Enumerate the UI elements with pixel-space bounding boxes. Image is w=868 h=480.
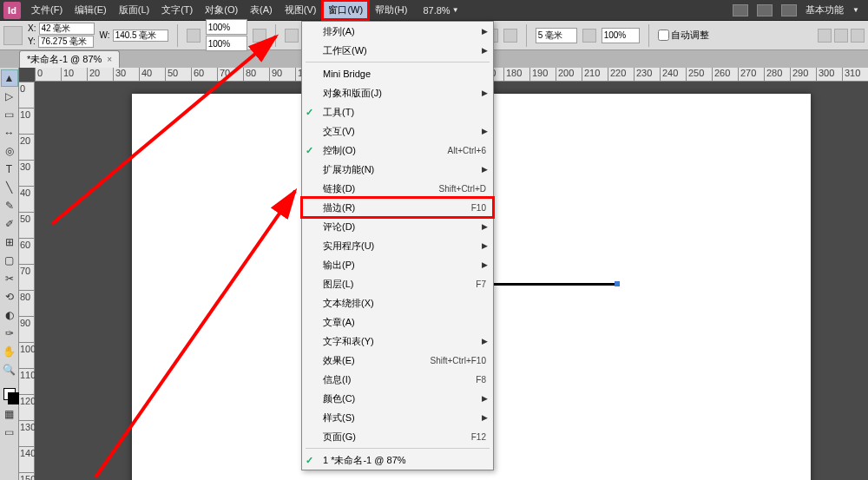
menu-item-图层(L)[interactable]: 图层(L)F7	[302, 274, 493, 293]
menu-item-工具(T)[interactable]: ✓工具(T)	[302, 102, 493, 122]
scale-link-icon[interactable]	[187, 29, 201, 43]
menu-item-文章(A)[interactable]: 文章(A)	[302, 312, 493, 332]
menu-item-工作区(W)[interactable]: 工作区(W)▶	[302, 41, 493, 60]
type-tool[interactable]: T	[1, 161, 18, 178]
page-tool[interactable]: ▭	[1, 106, 18, 123]
menu-item-扩展功能(N)[interactable]: 扩展功能(N)▶	[302, 160, 493, 179]
hand-tool[interactable]: ✋	[1, 343, 18, 360]
flip-h-icon[interactable]	[285, 29, 299, 43]
fill-stroke-swatch[interactable]	[1, 384, 18, 404]
pencil-tool[interactable]: ✐	[1, 215, 18, 233]
menu-item-链接(D)[interactable]: 链接(D)Shift+Ctrl+D	[302, 179, 493, 198]
menu-对象(O)[interactable]: 对象(O)	[200, 1, 243, 19]
menu-container: 文件(F)编辑(E)版面(L)文字(T)对象(O)表(A)视图(V)窗口(W)帮…	[26, 1, 412, 19]
rect-tool[interactable]: ▢	[1, 252, 18, 269]
w-input[interactable]	[113, 30, 168, 42]
align-icon[interactable]	[582, 29, 596, 43]
line-handle-end[interactable]	[615, 281, 620, 286]
selection-tool[interactable]: ▲	[1, 69, 18, 87]
top-menu-bar: Id 文件(F)编辑(E)版面(L)文字(T)对象(O)表(A)视图(V)窗口(…	[0, 0, 868, 21]
zoom-tool[interactable]: 🔍	[1, 361, 18, 378]
window-menu-dropdown: 排列(A)▶工作区(W)▶Mini Bridge对象和版面(J)▶✓工具(T)交…	[301, 21, 494, 470]
ruler-vertical: 0102030405060708090100110120130140150	[19, 82, 35, 480]
x-input[interactable]	[39, 23, 95, 35]
screen-mode-icon[interactable]	[757, 4, 773, 16]
zoom-display[interactable]: 87.8%▼	[423, 5, 458, 16]
rotate-icon[interactable]	[253, 29, 266, 43]
line-tool[interactable]: ╲	[1, 179, 18, 196]
menu-item-文本绕排(X)[interactable]: 文本绕排(X)	[302, 293, 493, 312]
close-icon[interactable]: ×	[107, 55, 112, 64]
menu-item-描边(R)[interactable]: 描边(R)F10	[302, 198, 493, 217]
scale-y-input[interactable]	[206, 36, 247, 51]
view-mode-icon[interactable]	[733, 4, 748, 16]
workspace-label[interactable]: 基本功能	[806, 3, 844, 16]
gap-input[interactable]	[536, 28, 577, 43]
menu-item-1 *未命名-1 @ 87%[interactable]: ✓1 *未命名-1 @ 87%	[302, 450, 493, 470]
reference-point-icon[interactable]	[3, 26, 23, 45]
opacity-input[interactable]	[602, 28, 640, 43]
menu-item-交互(V)[interactable]: 交互(V)▶	[302, 122, 493, 141]
gradient-tool[interactable]: ◐	[1, 306, 18, 324]
menu-item-页面(G)[interactable]: 页面(G)F12	[302, 427, 493, 446]
auto-adjust-checkbox[interactable]: 自动调整	[658, 29, 709, 42]
menu-item-实用程序(U)[interactable]: 实用程序(U)▶	[302, 236, 493, 255]
eyedropper-tool[interactable]: ✑	[1, 325, 18, 342]
color-mode-icon[interactable]: ▦	[1, 405, 18, 423]
menu-编辑(E)[interactable]: 编辑(E)	[69, 1, 112, 19]
menu-item-排列(A)[interactable]: 排列(A)▶	[302, 22, 493, 41]
topbar-right: 基本功能▼	[733, 3, 865, 16]
menu-item-样式(S)[interactable]: 样式(S)▶	[302, 408, 493, 427]
toolbox: ▲ ▷ ▭ ↔ ◎ T ╲ ✎ ✐ ⊞ ▢ ✂ ⟲ ◐ ✑ ✋ 🔍 ▦ ▭	[0, 68, 19, 480]
frame-tool[interactable]: ⊞	[1, 233, 18, 251]
misc-icon-3[interactable]	[851, 29, 865, 43]
misc-icon-2[interactable]	[834, 29, 848, 43]
menu-item-颜色(C)[interactable]: 颜色(C)▶	[302, 389, 493, 408]
gap-tool[interactable]: ↔	[1, 124, 18, 141]
view-mode-tool[interactable]: ▭	[1, 424, 18, 441]
menu-item-信息(I)[interactable]: 信息(I)F8	[302, 370, 493, 389]
doc-tab[interactable]: *未命名-1 @ 87%×	[19, 50, 120, 68]
direct-select-tool[interactable]: ▷	[1, 88, 18, 105]
menu-item-输出(P)[interactable]: 输出(P)▶	[302, 255, 493, 274]
scale-x-input[interactable]	[206, 19, 247, 35]
pen-tool[interactable]: ✎	[1, 197, 18, 214]
menu-文字(T)[interactable]: 文字(T)	[156, 1, 198, 19]
menu-文件(F)[interactable]: 文件(F)	[26, 1, 68, 19]
corners-icon[interactable]	[503, 29, 517, 43]
arrange-icon[interactable]	[781, 4, 797, 16]
menu-窗口(W)[interactable]: 窗口(W)	[323, 1, 368, 19]
content-tool[interactable]: ◎	[1, 142, 18, 160]
scissors-tool[interactable]: ✂	[1, 270, 18, 287]
menu-item-文字和表(Y)[interactable]: 文字和表(Y)▶	[302, 332, 493, 351]
chevron-down-icon: ▼	[452, 6, 459, 14]
menu-item-控制(O)[interactable]: ✓控制(O)Alt+Ctrl+6	[302, 141, 493, 160]
menu-帮助(H)[interactable]: 帮助(H)	[370, 1, 412, 19]
menu-item-效果(E)[interactable]: 效果(E)Shift+Ctrl+F10	[302, 351, 493, 370]
menu-版面(L)[interactable]: 版面(L)	[114, 1, 155, 19]
menu-item-评论(D)[interactable]: 评论(D)▶	[302, 217, 493, 236]
transform-tool[interactable]: ⟲	[1, 288, 18, 306]
app-logo-icon: Id	[3, 2, 21, 19]
menu-item-Mini Bridge[interactable]: Mini Bridge	[302, 64, 493, 83]
menu-表(A)[interactable]: 表(A)	[245, 1, 278, 19]
menu-视图(V)[interactable]: 视图(V)	[279, 1, 322, 19]
misc-icon-1[interactable]	[818, 29, 832, 43]
y-input[interactable]	[38, 36, 94, 48]
menu-item-对象和版面(J)[interactable]: 对象和版面(J)▶	[302, 83, 493, 102]
